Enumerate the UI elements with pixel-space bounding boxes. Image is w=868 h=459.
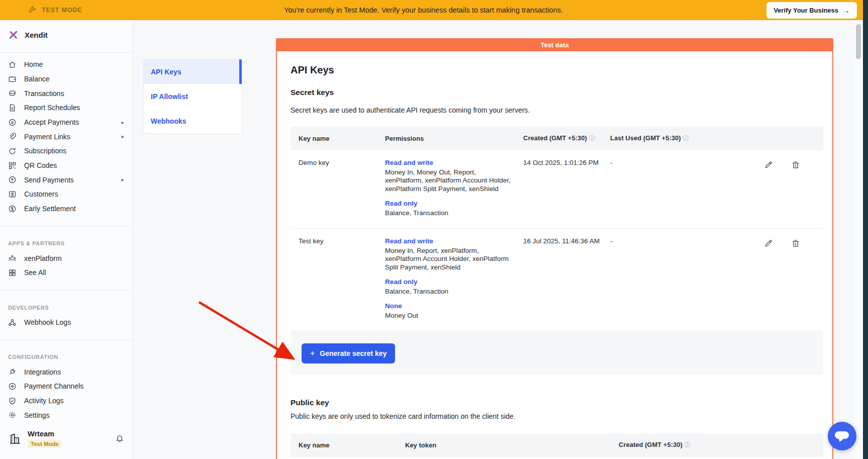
created-value: 16 Jul 2025, 11:46:36 AM [523, 237, 610, 320]
chevron-right-icon: ▸ [121, 176, 124, 183]
permission-scopes: Money In, Report, xenPlatform, xenPlatfo… [385, 247, 511, 272]
dollar-circle-icon [8, 205, 17, 213]
info-icon[interactable]: ⓘ [685, 441, 691, 448]
divider [0, 290, 132, 291]
plug-icon [8, 368, 17, 376]
delete-key-icon[interactable] [791, 160, 800, 169]
permission-level-link[interactable]: Read only [385, 278, 511, 287]
sidebar: Xendit Home Balance Transactions Report … [0, 20, 133, 459]
test-data-panel: Test data API Keys Secret keys Secret ke… [276, 38, 833, 459]
bell-icon[interactable] [115, 434, 124, 443]
sidebar-item-home[interactable]: Home [0, 57, 132, 72]
table-footer: + Generate secret key [291, 331, 823, 375]
home-icon [8, 60, 17, 69]
wallet-icon [8, 75, 17, 83]
section-header-configuration: CONFIGURATION [8, 354, 124, 360]
document-icon [8, 104, 17, 112]
last-used-value: - [610, 159, 753, 217]
key-name: Test key [291, 237, 385, 320]
account-switcher[interactable]: Wrteam Test Mode [0, 422, 132, 459]
sidebar-item-transactions[interactable]: Transactions [0, 86, 132, 101]
delete-key-icon[interactable] [791, 239, 800, 248]
window-edge-strip [863, 0, 868, 459]
coins-icon [8, 89, 17, 98]
sidebar-item-payment-links[interactable]: Payment Links ▸ [0, 129, 132, 144]
circle-arrow-down-icon [8, 118, 17, 127]
col-created: Created (GMT +5:30)ⓘ [523, 134, 610, 143]
sidebar-item-integrations[interactable]: Integrations [0, 364, 132, 379]
table-header: Key name Permissions Created (GMT +5:30)… [291, 127, 823, 150]
circle-plus-icon [8, 382, 17, 391]
people-network-icon [8, 254, 17, 262]
account-mode-badge: Test Mode [28, 440, 62, 448]
info-icon[interactable]: ⓘ [589, 135, 595, 142]
sidebar-item-send-payments[interactable]: Send Payments ▸ [0, 172, 132, 187]
info-icon[interactable]: ⓘ [683, 135, 689, 142]
generate-secret-key-button[interactable]: + Generate secret key [302, 343, 395, 363]
permission-scopes: Money Out [385, 312, 511, 320]
person-card-icon [8, 190, 17, 199]
account-name: Wrteam [28, 430, 54, 438]
shield-check-icon [8, 397, 17, 405]
verify-business-button[interactable]: Verify Your Business → [766, 2, 857, 19]
test-mode-label: TEST MODE [42, 7, 82, 14]
sidebar-item-subscriptions[interactable]: Subscriptions [0, 144, 132, 158]
col-key-token: Key token [405, 441, 619, 449]
page-title: API Keys [291, 64, 823, 76]
sidebar-item-xenplatform[interactable]: xenPlatform [0, 251, 132, 265]
edit-key-icon[interactable] [764, 160, 773, 169]
col-key-name: Key name [291, 441, 405, 449]
sidebar-item-webhook-logs[interactable]: Webhook Logs [0, 315, 132, 330]
chevron-right-icon: ▸ [121, 119, 124, 126]
divider [0, 52, 132, 53]
edit-key-icon[interactable] [764, 239, 773, 248]
table-row-demo-key: Demo key Read and write Money In, Money … [291, 150, 823, 229]
sidebar-item-early-settlement[interactable]: Early Settlement [0, 202, 132, 216]
chat-launcher-button[interactable] [828, 422, 856, 450]
col-created: Created (GMT +5:30)ⓘ [619, 441, 823, 449]
sidebar-item-balance[interactable]: Balance [0, 72, 132, 86]
public-key-table-header: Key name Key token Created (GMT +5:30)ⓘ [291, 433, 823, 457]
permission-scopes: Balance, Transaction [385, 209, 511, 218]
divider [0, 339, 132, 340]
sidebar-item-qr-codes[interactable]: QR Codes [0, 158, 132, 173]
public-key-heading: Public key [291, 398, 823, 407]
chat-bubble-icon [835, 431, 849, 439]
col-permissions: Permissions [385, 135, 523, 142]
subnav-item-webhooks[interactable]: Webhooks [144, 109, 242, 133]
subnav-item-api-keys[interactable]: API Keys [144, 59, 242, 84]
plus-icon: + [310, 349, 315, 358]
permission-scopes: Balance, Transaction [385, 288, 511, 296]
settings-subnav: API Keys IP Allowlist Webhooks [143, 59, 242, 134]
sidebar-item-activity-logs[interactable]: Activity Logs [0, 394, 132, 408]
sidebar-item-customers[interactable]: Customers [0, 187, 132, 202]
brand: Xendit [0, 20, 132, 48]
secret-keys-description: Secret keys are used to authenticate API… [291, 106, 823, 114]
sidebar-item-payment-channels[interactable]: Payment Channels [0, 379, 132, 394]
permission-level-link[interactable]: Read and write [385, 159, 511, 167]
sidebar-item-accept-payments[interactable]: Accept Payments ▸ [0, 115, 132, 130]
created-value: 14 Oct 2025, 1:01:26 PM [523, 159, 610, 217]
page-scrollbar-track[interactable] [854, 20, 863, 459]
permission-level-link[interactable]: Read only [385, 200, 511, 208]
sidebar-item-report-schedules[interactable]: Report Schedules [0, 101, 132, 115]
xendit-logo-icon [8, 30, 19, 40]
sidebar-item-settings[interactable]: Settings [0, 408, 132, 422]
wrench-icon [28, 6, 36, 15]
col-key-name: Key name [291, 135, 385, 142]
refresh-icon [8, 147, 17, 155]
permission-level-link[interactable]: None [385, 302, 511, 311]
sidebar-item-see-all[interactable]: See All [0, 265, 132, 280]
section-header-developers: DEVELOPERS [8, 305, 124, 311]
banner-message: You're currently in Test Mode. Verify yo… [151, 6, 766, 14]
permission-level-link[interactable]: Read and write [385, 237, 511, 246]
col-last-used: Last Used (GMT +5:30)ⓘ [610, 134, 753, 143]
page-scrollbar-thumb[interactable] [856, 24, 861, 59]
section-header-apps-partners: APPS & PARTNERS [8, 240, 124, 246]
subnav-item-ip-allowlist[interactable]: IP Allowlist [144, 84, 242, 109]
arrow-right-icon: → [842, 6, 850, 15]
circle-arrow-up-icon [8, 175, 17, 184]
test-data-ribbon: Test data [277, 39, 832, 51]
gear-icon [8, 411, 17, 419]
test-mode-badge: TEST MODE [0, 6, 151, 15]
